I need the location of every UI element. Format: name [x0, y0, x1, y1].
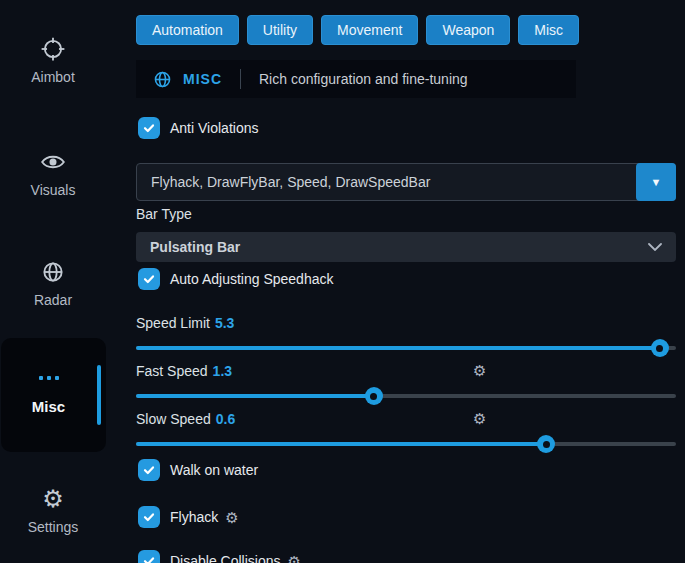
- globe-icon: [40, 259, 66, 285]
- slider-thumb[interactable]: [651, 339, 669, 357]
- gear-icon: ⚙: [40, 486, 66, 512]
- tab-automation[interactable]: Automation: [136, 15, 239, 45]
- tab-movement[interactable]: Movement: [321, 15, 418, 45]
- auto-adjusting-speedhack-row: Auto Adjusting Speedhack: [138, 268, 333, 290]
- active-indicator-bar: [97, 365, 101, 425]
- triangle-down-icon: ▼: [651, 176, 662, 188]
- check-icon: [143, 464, 155, 476]
- slider-fill: [136, 442, 546, 446]
- disable-collisions-checkbox[interactable]: [138, 550, 160, 563]
- tab-bar: Automation Utility Movement Weapon Misc: [136, 15, 579, 45]
- fast-speed-value: 1.3: [213, 363, 232, 379]
- sidebar-item-label: Misc: [1, 398, 96, 415]
- sidebar-item-label: Visuals: [31, 182, 76, 198]
- disable-collisions-gear-icon[interactable]: ⚙: [288, 554, 301, 563]
- slow-speed-slider[interactable]: [136, 442, 676, 446]
- sidebar-item-aimbot[interactable]: Aimbot: [0, 36, 106, 86]
- section-header: MISC Rich configuration and fine-tuning: [136, 60, 576, 98]
- checkbox-label: Disable Collisions: [170, 553, 281, 563]
- speed-limit-slider[interactable]: [136, 346, 676, 350]
- checkbox-label: Walk on water: [170, 462, 258, 478]
- bar-multiselect-input[interactable]: Flyhack, DrawFlyBar, Speed, DrawSpeedBar…: [136, 163, 676, 201]
- sidebar-item-label: Radar: [34, 292, 72, 308]
- sidebar-item-settings[interactable]: ⚙ Settings: [0, 486, 106, 536]
- anti-violations-checkbox[interactable]: [138, 117, 160, 139]
- page-subtitle: Rich configuration and fine-tuning: [259, 71, 468, 87]
- slider-fill: [136, 346, 660, 350]
- sidebar-item-visuals[interactable]: Visuals: [0, 149, 106, 199]
- checkbox-label: Auto Adjusting Speedhack: [170, 271, 333, 287]
- speed-limit-value: 5.3: [215, 315, 234, 331]
- checkbox-label: Anti Violations: [170, 120, 258, 136]
- check-icon: [143, 555, 155, 563]
- slider-thumb[interactable]: [537, 435, 555, 453]
- check-icon: [143, 511, 155, 523]
- globe-icon: [154, 71, 171, 88]
- app-window: Aimbot Visuals Radar Misc ⚙ Settings: [0, 0, 685, 563]
- slider-thumb[interactable]: [365, 387, 383, 405]
- anti-violations-row: Anti Violations: [138, 117, 258, 139]
- crosshair-icon: [40, 36, 66, 62]
- auto-adjusting-speedhack-checkbox[interactable]: [138, 268, 160, 290]
- check-icon: [143, 122, 155, 134]
- flyhack-gear-icon[interactable]: ⚙: [225, 510, 238, 525]
- slider-fill: [136, 394, 374, 398]
- tab-utility[interactable]: Utility: [247, 15, 313, 45]
- fast-speed-slider[interactable]: [136, 394, 676, 398]
- check-icon: [143, 273, 155, 285]
- divider: [240, 69, 241, 89]
- flyhack-checkbox[interactable]: [138, 506, 160, 528]
- slow-speed-label: Slow Speed0.6: [136, 411, 235, 427]
- walk-on-water-checkbox[interactable]: [138, 459, 160, 481]
- chevron-down-icon: [648, 243, 662, 251]
- speed-limit-label: Speed Limit5.3: [136, 315, 234, 331]
- tab-misc[interactable]: Misc: [518, 15, 579, 45]
- multiselect-dropdown-button[interactable]: ▼: [636, 163, 676, 201]
- flyhack-row: Flyhack ⚙: [138, 506, 239, 528]
- multiselect-value: Flyhack, DrawFlyBar, Speed, DrawSpeedBar: [151, 174, 430, 190]
- bar-type-label: Bar Type: [136, 206, 192, 222]
- page-title: MISC: [183, 71, 222, 87]
- sidebar-item-label: Settings: [28, 519, 79, 535]
- walk-on-water-row: Walk on water: [138, 459, 258, 481]
- bar-type-select[interactable]: Pulsating Bar: [136, 232, 676, 262]
- checkbox-label: Flyhack: [170, 509, 218, 525]
- sidebar-item-misc-active[interactable]: Misc: [1, 338, 106, 452]
- bar-type-value: Pulsating Bar: [150, 239, 240, 255]
- sidebar-item-radar[interactable]: Radar: [0, 259, 106, 309]
- sidebar-item-label: Aimbot: [31, 69, 75, 85]
- dots-icon: [1, 376, 96, 380]
- slow-speed-gear-icon[interactable]: ⚙: [473, 411, 486, 427]
- disable-collisions-row: Disable Collisions ⚙: [138, 550, 301, 563]
- eye-icon: [40, 149, 66, 175]
- fast-speed-gear-icon[interactable]: ⚙: [473, 363, 486, 379]
- fast-speed-label: Fast Speed1.3: [136, 363, 232, 379]
- tab-weapon[interactable]: Weapon: [426, 15, 510, 45]
- slow-speed-value: 0.6: [216, 411, 235, 427]
